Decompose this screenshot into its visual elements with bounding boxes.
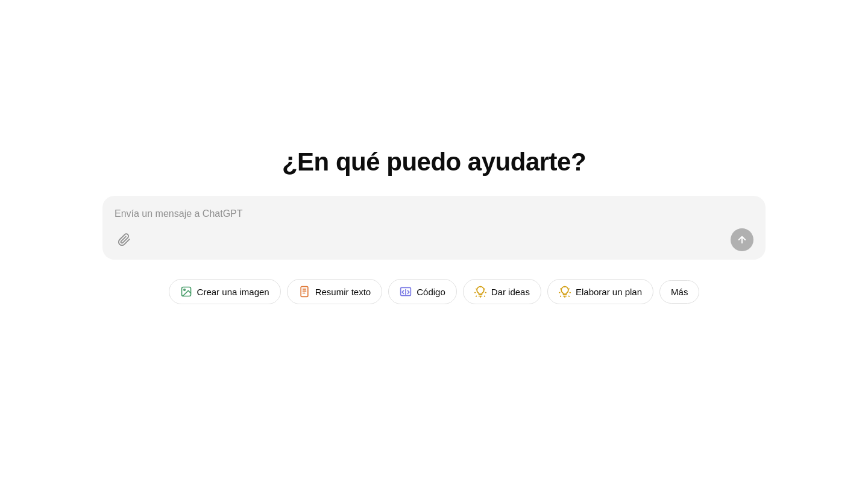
- elaborar-plan-button[interactable]: Elaborar un plan: [547, 279, 653, 304]
- resumir-texto-label: Resumir texto: [315, 287, 371, 297]
- attach-icon[interactable]: [115, 230, 134, 249]
- crear-imagen-label: Crear una imagen: [197, 287, 269, 297]
- svg-line-11: [484, 296, 485, 296]
- main-container: ¿En qué puedo ayudarte?: [102, 148, 766, 304]
- svg-line-21: [561, 296, 561, 296]
- crear-imagen-icon: [180, 286, 192, 298]
- dar-ideas-icon: [474, 286, 486, 298]
- svg-line-23: [561, 289, 561, 289]
- svg-line-13: [476, 296, 477, 296]
- dar-ideas-label: Dar ideas: [491, 287, 530, 297]
- codigo-icon: [400, 286, 412, 298]
- svg-line-19: [569, 296, 570, 296]
- svg-line-17: [569, 289, 570, 289]
- svg-line-15: [476, 289, 477, 289]
- action-buttons: Crear una imagen Resumir texto: [169, 279, 700, 304]
- crear-imagen-button[interactable]: Crear una imagen: [169, 279, 281, 304]
- svg-point-1: [183, 289, 185, 291]
- input-bottom-row: [115, 228, 753, 251]
- input-area: [102, 196, 766, 260]
- svg-line-9: [484, 289, 485, 289]
- codigo-button[interactable]: Código: [388, 279, 457, 304]
- message-input[interactable]: [115, 207, 753, 221]
- page-title: ¿En qué puedo ayudarte?: [282, 148, 586, 177]
- elaborar-plan-label: Elaborar un plan: [576, 287, 642, 297]
- mas-button[interactable]: Más: [659, 280, 699, 304]
- dar-ideas-button[interactable]: Dar ideas: [463, 279, 541, 304]
- codigo-label: Código: [417, 287, 445, 297]
- mas-label: Más: [671, 287, 688, 297]
- elaborar-plan-icon: [559, 286, 571, 298]
- resumir-texto-button[interactable]: Resumir texto: [287, 279, 383, 304]
- send-button[interactable]: [731, 228, 753, 251]
- resumir-texto-icon: [298, 286, 310, 298]
